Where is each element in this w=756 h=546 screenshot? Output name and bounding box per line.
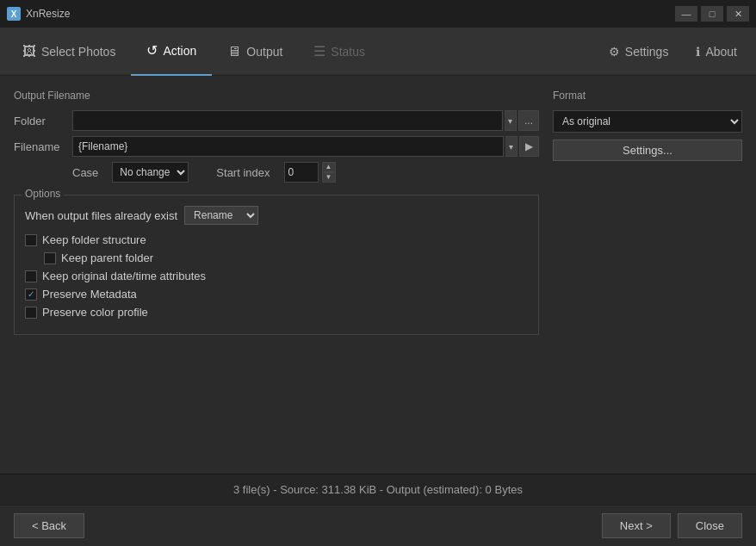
options-section: Options When output files already exist … — [14, 195, 539, 335]
filename-input-group: ▾ ▶ — [72, 136, 539, 157]
left-panel: Output Filename Folder ▾ ... Filename ▾ … — [14, 90, 539, 460]
tab-output-label: Output — [246, 45, 282, 59]
about-button[interactable]: ℹ About — [684, 38, 749, 65]
format-settings-btn[interactable]: Settings... — [553, 140, 742, 161]
folder-input[interactable] — [72, 110, 503, 131]
filename-row: Filename ▾ ▶ — [14, 136, 539, 157]
case-start-row: Case No change Uppercase Lowercase Start… — [72, 162, 539, 183]
app-icon: X — [7, 7, 21, 21]
back-button[interactable]: < Back — [14, 513, 84, 538]
select-photos-icon: 🖼 — [22, 44, 36, 59]
folder-browse-btn[interactable]: ... — [518, 110, 539, 131]
filename-input[interactable] — [72, 136, 504, 157]
keep-parent-folder-row: Keep parent folder — [44, 251, 528, 264]
preserve-metadata-label: Preserve Metadata — [42, 288, 137, 301]
tab-action-label: Action — [163, 44, 196, 58]
keep-parent-folder-checkbox[interactable] — [44, 252, 56, 264]
keep-folder-structure-row: Keep folder structure — [25, 233, 528, 246]
filename-dropdown-btn[interactable]: ▾ — [505, 136, 517, 157]
preserve-metadata-checkbox[interactable] — [25, 289, 37, 301]
about-icon: ℹ — [696, 45, 700, 59]
settings-label: Settings — [625, 45, 669, 59]
tab-select-photos-label: Select Photos — [41, 45, 115, 59]
filename-label: Filename — [14, 140, 65, 153]
right-panel: Format As original JPEG PNG TIFF WebP BM… — [553, 90, 742, 460]
options-title: Options — [22, 188, 64, 200]
tab-status-label: Status — [331, 45, 365, 59]
close-button[interactable]: Close — [678, 513, 742, 538]
status-text: 3 file(s) - Source: 311.38 KiB - Output … — [233, 483, 523, 496]
toolbar-right: ⚙ Settings ℹ About — [597, 38, 749, 65]
start-index-input[interactable] — [284, 162, 319, 183]
tab-output[interactable]: 🖥 Output — [212, 28, 298, 76]
output-exists-row: When output files already exist Rename O… — [25, 206, 528, 225]
status-bar: 3 file(s) - Source: 311.38 KiB - Output … — [0, 474, 756, 505]
case-select[interactable]: No change Uppercase Lowercase — [112, 162, 189, 183]
spin-down-btn[interactable]: ▼ — [322, 172, 336, 183]
maximize-button[interactable]: □ — [701, 6, 723, 22]
format-title: Format — [553, 90, 742, 102]
output-filename-title: Output Filename — [14, 90, 539, 102]
preserve-metadata-row: Preserve Metadata — [25, 288, 528, 301]
keep-folder-structure-label: Keep folder structure — [42, 233, 146, 246]
keep-folder-structure-checkbox[interactable] — [25, 234, 37, 246]
next-button[interactable]: Next > — [602, 513, 671, 538]
start-index-group: ▲ ▼ — [284, 162, 336, 183]
tab-status: ☰ Status — [298, 28, 381, 76]
when-output-select[interactable]: Rename Overwrite Skip — [184, 206, 258, 225]
preserve-color-profile-row: Preserve color profile — [25, 306, 528, 319]
title-bar-buttons: — □ ✕ — [675, 6, 749, 22]
action-icon: ↺ — [146, 42, 158, 59]
toolbar: 🖼 Select Photos ↺ Action 🖥 Output ☰ Stat… — [0, 28, 756, 76]
folder-dropdown-btn[interactable]: ▾ — [505, 110, 517, 131]
settings-button[interactable]: ⚙ Settings — [597, 38, 681, 65]
when-output-label: When output files already exist — [25, 209, 177, 222]
filename-play-btn[interactable]: ▶ — [519, 136, 539, 157]
format-select[interactable]: As original JPEG PNG TIFF WebP BMP — [553, 110, 742, 133]
preserve-color-profile-label: Preserve color profile — [42, 306, 148, 319]
title-bar: X XnResize — □ ✕ — [0, 0, 756, 28]
keep-parent-folder-label: Keep parent folder — [61, 251, 153, 264]
tab-action[interactable]: ↺ Action — [131, 28, 212, 76]
footer-right: Next > Close — [602, 513, 742, 538]
keep-original-date-row: Keep original date/time attributes — [25, 270, 528, 282]
main-content: Output Filename Folder ▾ ... Filename ▾ … — [0, 76, 756, 474]
keep-original-date-label: Keep original date/time attributes — [42, 270, 206, 282]
spin-arrows: ▲ ▼ — [322, 162, 336, 183]
start-index-label: Start index — [216, 166, 270, 179]
folder-input-group: ▾ ... — [72, 110, 539, 131]
folder-label: Folder — [14, 115, 65, 127]
tab-select-photos[interactable]: 🖼 Select Photos — [7, 28, 131, 76]
footer: < Back Next > Close — [0, 505, 756, 546]
about-label: About — [705, 45, 737, 59]
case-label: Case — [72, 166, 98, 179]
folder-row: Folder ▾ ... — [14, 110, 539, 131]
minimize-button[interactable]: — — [675, 6, 697, 22]
keep-original-date-checkbox[interactable] — [25, 270, 37, 282]
spin-up-btn[interactable]: ▲ — [322, 162, 336, 172]
status-icon: ☰ — [313, 43, 325, 59]
app-title: XnResize — [26, 8, 675, 20]
settings-icon: ⚙ — [609, 45, 620, 59]
close-window-button[interactable]: ✕ — [727, 6, 749, 22]
preserve-color-profile-checkbox[interactable] — [25, 307, 37, 319]
output-icon: 🖥 — [227, 44, 241, 59]
